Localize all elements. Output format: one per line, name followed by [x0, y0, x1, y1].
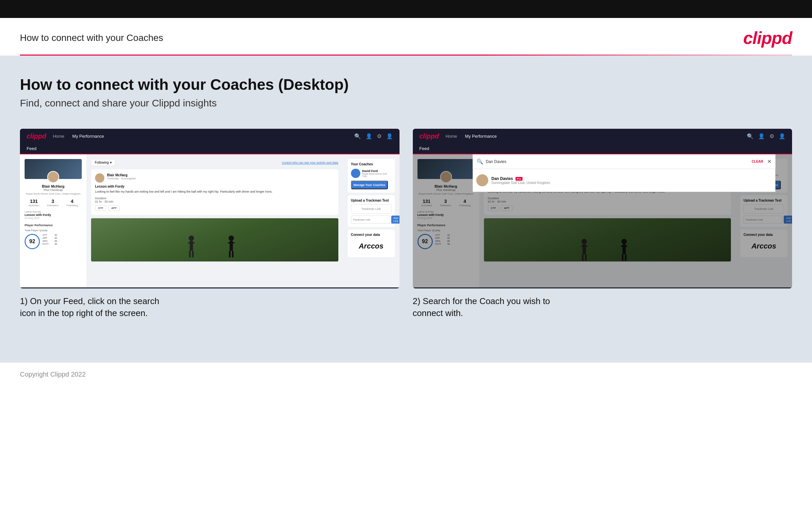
trackman-input[interactable]	[351, 216, 390, 223]
result-avatar	[476, 174, 488, 186]
lesson-title: Lesson with Fordy	[95, 185, 334, 188]
settings-icon-2[interactable]: ⚙	[769, 133, 774, 139]
score-circle: 92	[25, 234, 40, 249]
post-meta: Yesterday · Sunningdale	[107, 177, 136, 180]
following-bar: Following ▾ Control who can see your act…	[91, 159, 338, 166]
coach-avatar	[351, 169, 360, 178]
profile-avatar	[47, 171, 59, 183]
result-name: Dan Davies Pro	[491, 176, 551, 181]
svg-rect-3	[189, 251, 191, 257]
screenshots-row: clippd Home My Performance 🔍 👤 ⚙ 👤 Feed	[20, 129, 792, 320]
feed-tab-bar-2: Feed	[413, 143, 793, 154]
svg-rect-2	[188, 242, 195, 244]
perf-bar-arg: ARG 86	[43, 240, 57, 242]
total-perf-label: Total Player Quality	[25, 229, 82, 232]
page-title: How to connect with your Coaches	[20, 33, 163, 43]
coach-club: Royal North Devon Golf Club	[362, 173, 391, 177]
off-btn[interactable]: OTF	[95, 205, 106, 211]
app-nav-links-2: Home My Performance	[445, 134, 496, 139]
manage-coaches-button[interactable]: Manage Your Coaches	[351, 181, 388, 189]
main-heading: How to connect with your Coaches (Deskto…	[20, 76, 792, 93]
coach-item: David Ford Royal North Devon Golf Club	[351, 169, 391, 178]
feed-tab-bar: Feed	[20, 143, 399, 154]
app-body: Blair McHarg Plus Handicap Royal North D…	[20, 154, 399, 288]
post-author: Blair McHarg	[107, 173, 136, 177]
stats-row: 131 Activities 3 Followers 4 Following	[25, 199, 82, 207]
perf-bar-ott: OTT 90	[43, 234, 57, 236]
perf-title: Player Performance	[25, 223, 82, 227]
screenshot-1-frame: clippd Home My Performance 🔍 👤 ⚙ 👤 Feed	[20, 129, 399, 288]
search-result-dropdown: Dan Davies Pro Sunningdale Golf Club, Un…	[473, 169, 776, 192]
svg-point-0	[189, 236, 194, 241]
user-icon-2[interactable]: 👤	[758, 133, 765, 139]
screenshot-2-frame: clippd Home My Performance 🔍 👤 ⚙ 👤 Feed	[413, 129, 793, 288]
search-icon-2[interactable]: 🔍	[747, 133, 754, 139]
latest-activity-name: Lesson with Fordy	[25, 213, 82, 217]
left-panel: Blair McHarg Plus Handicap Royal North D…	[20, 154, 86, 288]
step-1-caption: 1) On your Feed, click on the search ico…	[20, 295, 399, 320]
add-link-button[interactable]: Add Link	[391, 216, 399, 223]
nav-link-home[interactable]: Home	[53, 134, 64, 139]
app-nav-right-2: 🔍 👤 ⚙ 👤	[747, 133, 785, 139]
post-header: Blair McHarg Yesterday · Sunningdale	[95, 173, 334, 183]
arccos-logo: Arccos	[351, 239, 391, 254]
search-icon-overlay: 🔍	[477, 158, 483, 165]
nav-link-my-performance[interactable]: My Performance	[73, 134, 104, 139]
app-nav-2: clippd Home My Performance 🔍 👤 ⚙ 👤	[413, 129, 793, 143]
profile-location: Royal North Devon Golf Club, United King…	[25, 192, 82, 195]
step-2-caption: 2) Search for the Coach you wish to conn…	[413, 295, 793, 320]
user-icon[interactable]: 👤	[366, 133, 372, 139]
latest-activity-label: Latest Activity	[25, 210, 82, 213]
trackman-placeholder: Trackman Link	[351, 204, 391, 214]
app-nav: clippd Home My Performance 🔍 👤 ⚙ 👤	[20, 129, 399, 143]
feed-tab[interactable]: Feed	[27, 143, 37, 154]
perf-section: Player Performance Total Player Quality …	[25, 223, 82, 249]
app-nav-right: 🔍 👤 ⚙ 👤	[354, 133, 393, 139]
stat-activities: 131 Activities	[29, 199, 39, 207]
search-bar-overlay: 🔍 Dan Davies CLEAR ✕	[473, 154, 776, 169]
avatar-nav[interactable]: 👤	[386, 133, 393, 139]
nav-link-home-2[interactable]: Home	[445, 134, 457, 139]
search-result-item[interactable]: Dan Davies Pro Sunningdale Golf Club, Un…	[476, 172, 772, 188]
coaches-title: Your Coaches	[351, 162, 391, 166]
app-body-2: 🔍 Dan Davies CLEAR ✕ Dan Davies P	[413, 154, 793, 288]
app-nav-logo: clippd	[27, 132, 46, 140]
close-button[interactable]: ✕	[767, 158, 771, 165]
feed-tab-2[interactable]: Feed	[420, 143, 429, 154]
perf-bars: OTT 90 APP 85	[43, 234, 57, 246]
copyright: Copyright Clippd 2022	[20, 371, 86, 378]
perf-bar-app: APP 85	[43, 237, 57, 239]
app-nav-logo-2: clippd	[420, 132, 439, 140]
nav-link-my-performance-2[interactable]: My Performance	[465, 134, 496, 139]
app-btn[interactable]: APP	[108, 205, 120, 211]
perf-bar-putt: PUTT 96	[43, 243, 57, 245]
golfer-svg	[94, 231, 335, 258]
settings-icon[interactable]: ⚙	[377, 133, 382, 139]
svg-rect-9	[232, 251, 234, 257]
svg-rect-7	[228, 242, 235, 244]
post-avatar	[95, 173, 104, 183]
coach-name: David Ford	[362, 169, 391, 173]
post-card: Blair McHarg Yesterday · Sunningdale Les…	[91, 169, 338, 215]
svg-point-5	[229, 236, 234, 241]
post-duration: Duration 01 hr : 30 min	[95, 197, 334, 203]
stat-following: 4 Following	[66, 199, 78, 207]
connect-section: Connect your data Arccos	[348, 229, 395, 257]
search-input-display: Dan Davies	[486, 159, 749, 164]
following-button[interactable]: Following ▾	[91, 159, 115, 166]
screenshot-2-container: clippd Home My Performance 🔍 👤 ⚙ 👤 Feed	[413, 129, 793, 320]
main-content: How to connect with your Coaches (Deskto…	[0, 55, 812, 363]
search-icon[interactable]: 🔍	[354, 133, 361, 139]
top-bar	[0, 0, 812, 18]
control-link[interactable]: Control who can see your activity and da…	[282, 161, 338, 164]
result-club: Sunningdale Golf Club, United Kingdom	[491, 181, 551, 185]
svg-rect-8	[229, 251, 231, 257]
post-image-inner	[91, 218, 338, 261]
clear-button[interactable]: CLEAR	[752, 160, 763, 163]
connect-title: Connect your data	[351, 233, 391, 237]
trackman-title: Upload a Trackman Test	[351, 199, 391, 202]
stat-followers: 3 Followers	[47, 199, 58, 207]
avatar-nav-2[interactable]: 👤	[779, 133, 785, 139]
trackman-section: Upload a Trackman Test Trackman Link Add…	[348, 195, 395, 227]
post-text: Looking to feel like my hands are exitin…	[95, 189, 334, 194]
